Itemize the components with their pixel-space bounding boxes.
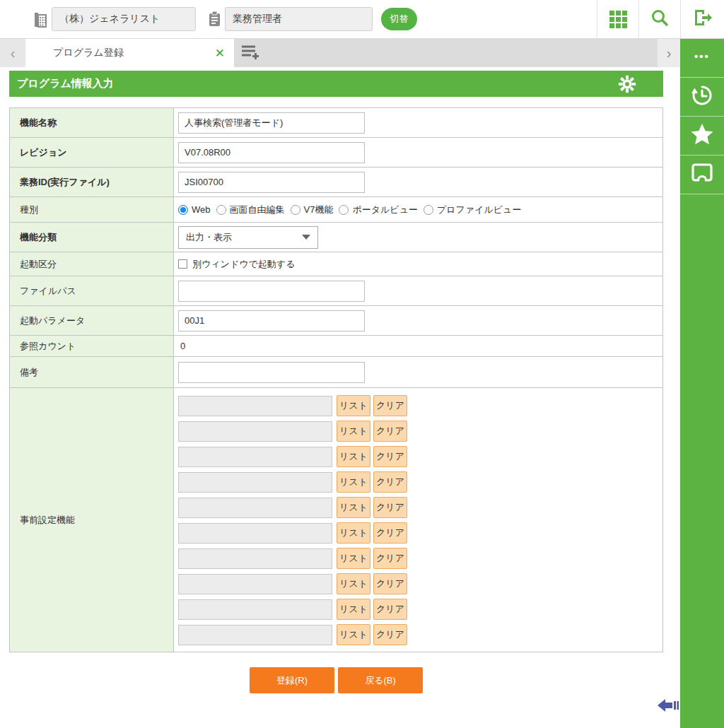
row-value: Web画面自由編集V7機能ポータルビュープロファイルビュー (174, 197, 662, 222)
collapse-arrow-icon (658, 697, 679, 714)
row-label: 機能分類 (10, 223, 174, 252)
back-button[interactable]: 戻る(B) (338, 667, 423, 693)
tab-scroll-left-button[interactable]: ‹ (0, 39, 25, 67)
tab-scroll-right-button[interactable]: › (658, 39, 680, 67)
radio-option[interactable]: ポータルビュー (339, 204, 418, 216)
search-icon (650, 8, 669, 30)
tab-program-registration[interactable]: プログラム登録 ✕ (25, 39, 234, 67)
preset-field[interactable] (178, 396, 332, 416)
footer-actions: 登録(R) 戻る(B) (9, 667, 663, 693)
chevron-right-icon: › (667, 45, 672, 61)
preset-field[interactable] (178, 625, 332, 645)
clear-button[interactable]: クリア (373, 548, 407, 569)
logout-button[interactable] (680, 0, 724, 38)
row-value (174, 138, 662, 167)
preset-field[interactable] (178, 421, 332, 442)
tab-close-icon[interactable]: ✕ (215, 47, 225, 59)
text-field[interactable] (178, 362, 365, 383)
tabbar: ‹ プログラム登録 ✕ › (0, 39, 680, 67)
notes-icon (691, 163, 713, 187)
preset-field[interactable] (178, 548, 332, 569)
search-button[interactable] (638, 0, 680, 38)
favorites-star-icon (690, 123, 714, 148)
radio-icon (178, 205, 188, 215)
clear-button[interactable]: クリア (373, 599, 407, 620)
list-button[interactable]: リスト (337, 471, 370, 493)
row-label: 起動パラメータ (10, 306, 174, 335)
category-select[interactable]: 出力・表示 (178, 226, 318, 249)
text-field[interactable] (178, 281, 365, 302)
form-row: 事前設定機能リストクリアリストクリアリストクリアリストクリアリストクリアリストク… (10, 388, 662, 652)
row-value: リストクリアリストクリアリストクリアリストクリアリストクリアリストクリアリストク… (174, 388, 662, 652)
radio-icon (424, 205, 433, 215)
select-value: 出力・表示 (186, 231, 232, 244)
company-input[interactable] (52, 7, 196, 31)
row-label: レビジョン (10, 138, 174, 167)
row-label: 業務ID(実行ファイル) (10, 168, 174, 196)
preset-row: リストクリア (178, 495, 410, 520)
clear-button[interactable]: クリア (373, 497, 407, 518)
register-button[interactable]: 登録(R) (250, 667, 334, 693)
list-button[interactable]: リスト (337, 497, 370, 518)
more-ellipsis-icon: ••• (694, 51, 710, 66)
radio-option[interactable]: Web (178, 204, 211, 215)
preset-field[interactable] (178, 447, 332, 467)
preset-field[interactable] (178, 498, 332, 518)
panel-settings-button[interactable] (618, 75, 636, 93)
text-field[interactable] (178, 172, 365, 193)
form-row: レビジョン (10, 138, 662, 168)
app-root: 切替 ‹ プログラム登録 ✕ (0, 0, 724, 728)
app-menu-button[interactable] (597, 0, 638, 38)
radio-option[interactable]: 画面自由編集 (216, 204, 285, 216)
list-button[interactable]: リスト (337, 624, 370, 645)
form-row: 備考 (10, 357, 662, 388)
form-row: 種別Web画面自由編集V7機能ポータルビュープロファイルビュー (10, 197, 662, 223)
row-value (174, 306, 662, 335)
main-content: プログラム情報入力 機能名称レビジョン業務ID(実行ファイル)種別Web画面自由… (0, 67, 680, 728)
clear-button[interactable]: クリア (373, 522, 407, 544)
radio-option[interactable]: V7機能 (291, 204, 334, 216)
new-tab-button[interactable] (234, 39, 267, 67)
preset-field[interactable] (178, 523, 332, 544)
radio-label: V7機能 (304, 204, 334, 216)
sidebar-favorites-button[interactable] (680, 117, 724, 155)
role-input[interactable] (225, 7, 373, 31)
row-label: 参照カウント (10, 336, 174, 356)
text-field[interactable] (178, 142, 365, 163)
preset-field[interactable] (178, 599, 332, 620)
list-button[interactable]: リスト (337, 548, 370, 569)
preset-row: リストクリア (178, 393, 410, 418)
radio-option[interactable]: プロファイルビュー (424, 204, 521, 216)
clear-button[interactable]: クリア (373, 421, 407, 442)
preset-row: リストクリア (178, 622, 410, 647)
sidebar-more-button[interactable]: ••• (680, 39, 724, 78)
sidebar-history-button[interactable] (680, 78, 724, 117)
checkbox-option[interactable]: 別ウィンドウで起動する (178, 258, 295, 271)
sidebar-notes-button[interactable] (680, 155, 724, 194)
text-field[interactable] (178, 112, 365, 134)
list-button[interactable]: リスト (337, 522, 370, 544)
clear-button[interactable]: クリア (373, 395, 407, 416)
clear-button[interactable]: クリア (373, 446, 407, 467)
preset-row: リストクリア (178, 469, 410, 495)
list-button[interactable]: リスト (337, 395, 370, 416)
panel-title: プログラム情報入力 (17, 77, 114, 90)
preset-field[interactable] (178, 574, 332, 594)
text-field[interactable] (178, 310, 365, 331)
list-button[interactable]: リスト (337, 573, 370, 594)
static-value: 0 (178, 341, 185, 351)
clear-button[interactable]: クリア (373, 573, 407, 594)
list-button[interactable]: リスト (337, 446, 370, 467)
grid-icon (609, 11, 627, 28)
collapse-panel-arrow[interactable] (658, 697, 679, 717)
row-value (174, 276, 662, 305)
preset-field[interactable] (178, 472, 332, 493)
switch-button[interactable]: 切替 (381, 8, 417, 30)
list-button[interactable]: リスト (337, 421, 370, 442)
clear-button[interactable]: クリア (373, 471, 407, 493)
preset-row: リストクリア (178, 546, 410, 571)
clear-button[interactable]: クリア (373, 624, 407, 645)
row-value: 0 (174, 336, 662, 356)
form-row: 機能名称 (10, 108, 662, 138)
list-button[interactable]: リスト (337, 599, 370, 620)
